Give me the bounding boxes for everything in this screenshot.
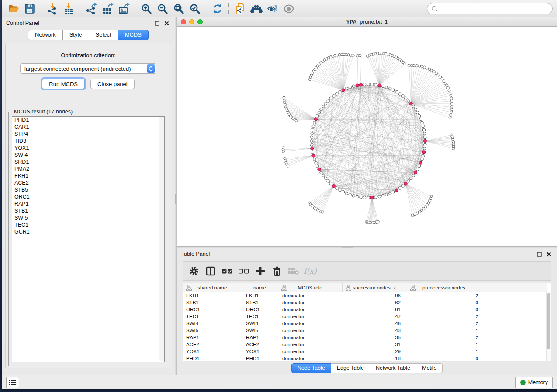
column-header-MCDS-role[interactable]: MCDS role xyxy=(278,283,342,292)
table-cell[interactable]: TEC1 xyxy=(183,313,242,320)
mcds-hub-node[interactable] xyxy=(423,139,426,142)
ring-node[interactable] xyxy=(363,83,366,86)
ring-node[interactable] xyxy=(418,165,421,168)
ring-node[interactable] xyxy=(352,194,355,197)
tab-edge-table[interactable]: Edge Table xyxy=(331,363,370,373)
deselect-all-icon[interactable] xyxy=(235,263,252,279)
table-cell[interactable]: SWI5 xyxy=(242,327,278,334)
ring-node[interactable] xyxy=(310,143,313,146)
ring-node[interactable] xyxy=(320,108,323,111)
mcds-hub-node[interactable] xyxy=(409,102,412,105)
show-panels-button[interactable] xyxy=(6,377,19,388)
scrollbar-thumb[interactable] xyxy=(547,293,550,349)
table-cell[interactable]: ORC1 xyxy=(242,306,278,313)
delete-column-icon[interactable] xyxy=(269,263,285,279)
ring-node[interactable] xyxy=(312,125,315,128)
ring-node[interactable] xyxy=(329,97,332,100)
mcds-hub-node[interactable] xyxy=(359,83,362,86)
table-cell[interactable]: PHD1 xyxy=(242,355,278,361)
ring-node[interactable] xyxy=(345,87,348,90)
column-settings-gear-icon[interactable] xyxy=(186,263,202,279)
leaf-node[interactable] xyxy=(449,117,451,119)
table-cell[interactable]: dominator xyxy=(278,292,342,299)
leaf-node[interactable] xyxy=(283,96,285,99)
ring-node[interactable] xyxy=(324,177,327,180)
leaf-node[interactable] xyxy=(450,97,453,100)
ring-node[interactable] xyxy=(322,174,325,177)
ring-node[interactable] xyxy=(311,151,314,154)
ring-node[interactable] xyxy=(336,187,339,190)
ring-node[interactable] xyxy=(324,102,327,105)
table-cell[interactable]: 0 xyxy=(407,355,481,361)
mcds-hub-node[interactable] xyxy=(342,89,345,92)
leaf-node[interactable] xyxy=(295,119,298,122)
import-table-icon[interactable] xyxy=(60,2,76,15)
zoom-in-icon[interactable] xyxy=(138,2,154,15)
table-cell[interactable]: connector xyxy=(278,341,342,348)
ring-node[interactable] xyxy=(318,111,321,114)
table-cell[interactable]: 46 xyxy=(342,320,407,327)
table-row[interactable]: SWI4SWI4dominator462 xyxy=(183,320,547,327)
table-cell[interactable]: SWI5 xyxy=(183,327,242,334)
network-window-titlebar[interactable]: YPA_prune.txt_1 xyxy=(177,17,557,27)
leaf-node[interactable] xyxy=(450,108,453,111)
table-cell[interactable]: 96 xyxy=(342,292,407,299)
ring-node[interactable] xyxy=(416,111,419,114)
leaf-node[interactable] xyxy=(322,211,324,213)
leaf-node[interactable] xyxy=(450,111,453,113)
ring-node[interactable] xyxy=(421,158,424,161)
leaf-node[interactable] xyxy=(444,82,446,85)
import-network-icon[interactable] xyxy=(44,2,60,15)
mcds-result-item[interactable]: FKH1 xyxy=(12,172,164,179)
ring-node[interactable] xyxy=(320,171,323,174)
ring-node[interactable] xyxy=(327,100,330,103)
float-panel-icon[interactable] xyxy=(153,19,161,27)
table-cell[interactable]: 1 xyxy=(407,327,481,334)
leaf-node[interactable] xyxy=(450,100,453,103)
ring-node[interactable] xyxy=(407,180,410,183)
mcds-result-item[interactable]: CAR1 xyxy=(12,124,164,131)
leaf-node[interactable] xyxy=(421,65,423,68)
leaf-node[interactable] xyxy=(447,87,450,89)
mcds-hub-node[interactable] xyxy=(332,185,335,188)
ring-node[interactable] xyxy=(401,95,405,98)
zoom-fit-icon[interactable] xyxy=(170,2,187,15)
search-network-icon[interactable] xyxy=(248,2,264,15)
ring-node[interactable] xyxy=(339,90,342,93)
table-cell[interactable]: FKH1 xyxy=(183,292,242,299)
table-cell[interactable]: ACE2 xyxy=(242,341,278,348)
leaf-node[interactable] xyxy=(352,55,354,57)
table-cell[interactable]: ORC1 xyxy=(183,306,242,313)
optimization-criterion-dropdown[interactable]: largest connected component (undirected) xyxy=(20,63,156,74)
table-cell[interactable]: YOX1 xyxy=(183,348,242,355)
ring-node[interactable] xyxy=(311,132,314,135)
ring-node[interactable] xyxy=(315,161,318,164)
leaf-node[interactable] xyxy=(450,106,453,108)
tab-select[interactable]: Select xyxy=(89,30,118,40)
window-minimize-icon[interactable] xyxy=(189,19,194,24)
style-visibility-icon[interactable] xyxy=(264,2,280,15)
add-column-icon[interactable] xyxy=(252,263,269,279)
mcds-result-item[interactable]: SRD1 xyxy=(12,158,164,165)
splitter-grip[interactable] xyxy=(175,194,176,204)
splitter-grip[interactable] xyxy=(342,247,353,248)
ring-node[interactable] xyxy=(412,105,415,108)
leaf-node[interactable] xyxy=(418,65,421,67)
table-cell[interactable]: connector xyxy=(278,348,342,355)
close-panel-icon[interactable] xyxy=(163,19,170,27)
table-row[interactable]: TEC1TEC1connector472 xyxy=(183,313,547,320)
table-cell[interactable]: 61 xyxy=(342,306,407,313)
leaf-node[interactable] xyxy=(359,54,361,57)
ring-node[interactable] xyxy=(339,189,342,192)
column-header-successor-nodes[interactable]: successor nodes∨ xyxy=(342,283,407,292)
column-header-shared-name[interactable]: shared name xyxy=(183,283,242,292)
ring-node[interactable] xyxy=(418,114,421,117)
tab-mcds[interactable]: MCDS xyxy=(118,30,149,40)
table-cell[interactable]: STB1 xyxy=(242,299,278,306)
ring-node[interactable] xyxy=(329,182,332,185)
mcds-result-list[interactable]: PHD1CAR1STP4TID3YOX1SWI4SRD1PMA2FKH1ACE2… xyxy=(12,116,165,362)
leaf-node[interactable] xyxy=(426,67,428,69)
mcds-hub-node[interactable] xyxy=(311,147,314,150)
ring-node[interactable] xyxy=(311,128,314,131)
show-hide-graphics-icon[interactable] xyxy=(280,2,297,15)
